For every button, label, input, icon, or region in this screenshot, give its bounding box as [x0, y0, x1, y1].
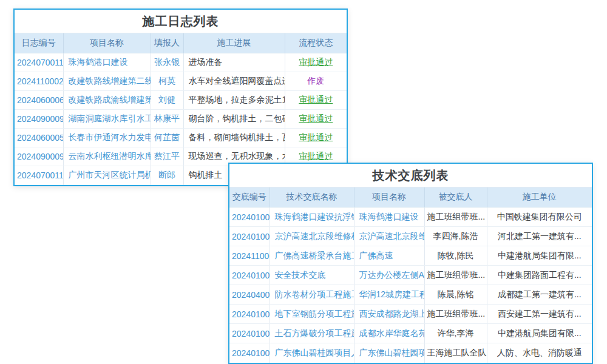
- table-row: 2024010002地下室钢筋分项工程施工...西安成都路龙湖上...施工班组带…: [229, 305, 592, 324]
- column-header-receivers: 被交底人: [424, 187, 487, 207]
- disclosure-name-link[interactable]: 地下室钢筋分项工程施工...: [270, 305, 354, 324]
- disclosure-number-link[interactable]: 2024010004: [229, 227, 270, 246]
- table-row: 2024060005长春市伊通河水力发电厂...何芷茵备料，砌间墙钩机排土，瓦.…: [15, 129, 347, 147]
- project-name-link[interactable]: 广州市天河区统计局机房...: [63, 166, 151, 185]
- construction-unit-text: 人防、水电、消防暖通: [487, 343, 592, 363]
- reporter-link[interactable]: 何芷茵: [151, 129, 183, 147]
- table-row: 2024060006改建铁路成渝线增建第二...刘健平整场地，拉走多余泥土15.…: [15, 91, 347, 110]
- progress-text: 备料，砌间墙钩机排土，瓦...: [183, 129, 285, 147]
- project-name-link[interactable]: 万达办公楼左侧A...: [354, 266, 424, 285]
- status-badge[interactable]: 审批通过: [285, 53, 347, 72]
- project-name-link[interactable]: 华润12城房建工程...: [354, 285, 424, 305]
- column-header-progress: 施工进展: [183, 33, 285, 53]
- project-name-link[interactable]: 珠海鹤港口建设: [63, 53, 151, 72]
- receivers-text: 李四海,陈浩: [424, 227, 487, 246]
- log-number-link[interactable]: 2024090009: [15, 147, 63, 166]
- tech-disclosure-title: 技术交底列表: [229, 164, 592, 187]
- construction-unit-text: 中建港航局集团有限...: [487, 324, 592, 343]
- table-row: 2024010002土石方爆破分项工程施工...成都水岸华庭名苑...许华,李海…: [229, 324, 592, 343]
- log-number-link[interactable]: 2024110002: [15, 72, 63, 91]
- disclosure-name-link[interactable]: 京沪高速北京段维修桩帽...: [270, 227, 354, 246]
- reporter-link[interactable]: 林康平: [151, 110, 183, 129]
- receivers-text: 施工班组带班...: [424, 207, 487, 227]
- reporter-link[interactable]: 蔡江平: [151, 147, 183, 166]
- status-badge[interactable]: 审批通过: [285, 110, 347, 129]
- status-badge[interactable]: 审批通过: [285, 129, 347, 147]
- receivers-text: 陈晨,陈铭: [424, 285, 487, 305]
- receivers-text: 陈牧,陈民: [424, 246, 487, 266]
- disclosure-number-link[interactable]: 2024010001: [229, 343, 270, 363]
- progress-text: 进场准备: [183, 53, 285, 72]
- disclosure-number-link[interactable]: 2024040001: [229, 285, 270, 305]
- progress-text: 水车对全线遮阳网覆盖点进...: [183, 72, 285, 91]
- tech-disclosure-panel: 技术交底列表 交底编号技术交底名称项目名称被交底人施工单位 2024010003…: [228, 163, 593, 364]
- table-row: 2024040001防水卷材分项工程施工技...华润12城房建工程...陈晨,陈…: [229, 285, 592, 305]
- project-name-link[interactable]: 云南水利枢纽潜明水库一...: [63, 147, 151, 166]
- column-header-disclosure_no: 交底编号: [229, 187, 270, 207]
- construction-unit-text: 中国铁建集团有限公司: [487, 207, 592, 227]
- project-name-link[interactable]: 珠海鹤港口建设: [354, 207, 424, 227]
- table-row: 2024010003珠海鹤港口建设抗浮锚杆...珠海鹤港口建设施工班组带班...…: [229, 207, 592, 227]
- construction-unit-text: 中建港航局集团有限...: [487, 246, 592, 266]
- table-row: 2024010004京沪高速北京段维修桩帽...京沪高速北京段维修李四海,陈浩河…: [229, 227, 592, 246]
- disclosure-number-link[interactable]: 2024010002: [229, 305, 270, 324]
- column-header-status: 流程状态: [285, 33, 347, 53]
- reporter-link[interactable]: 张永银: [151, 53, 183, 72]
- table-row: 2024110002改建铁路线增建第二线直...柯英水车对全线遮阳网覆盖点进..…: [15, 72, 347, 91]
- column-header-project: 项目名称: [354, 187, 424, 207]
- project-name-link[interactable]: 成都水岸华庭名苑...: [354, 324, 424, 343]
- construction-log-header-row: 日志编号项目名称填报人施工进展流程状态: [15, 33, 347, 53]
- column-header-reporter: 填报人: [151, 33, 183, 53]
- column-header-log_no: 日志编号: [15, 33, 63, 53]
- log-number-link[interactable]: 2024060006: [15, 91, 63, 110]
- project-name-link[interactable]: 长春市伊通河水力发电厂...: [63, 129, 151, 147]
- disclosure-number-link[interactable]: 2024010003: [229, 266, 270, 285]
- disclosure-number-link[interactable]: 2024010003: [229, 207, 270, 227]
- progress-text: 平整场地，拉走多余泥土15...: [183, 91, 285, 110]
- disclosure-name-link[interactable]: 安全技术交底: [270, 266, 354, 285]
- construction-log-panel: 施工日志列表 日志编号项目名称填报人施工进展流程状态 2024070011珠海鹤…: [13, 8, 348, 186]
- project-name-link[interactable]: 西安成都路龙湖上...: [354, 305, 424, 324]
- project-name-link[interactable]: 京沪高速北京段维修: [354, 227, 424, 246]
- construction-unit-text: 成都建工第一建筑有...: [487, 285, 592, 305]
- log-number-link[interactable]: 2024070011: [15, 166, 63, 185]
- receivers-text: 施工班组带班...: [424, 266, 487, 285]
- disclosure-name-link[interactable]: 土石方爆破分项工程施工...: [270, 324, 354, 343]
- status-badge[interactable]: 审批通过: [285, 91, 347, 110]
- reporter-link[interactable]: 断郎: [151, 166, 183, 185]
- log-number-link[interactable]: 2024070011: [15, 53, 63, 72]
- table-row: 2024010003安全技术交底万达办公楼左侧A...施工班组带班...中建集团…: [229, 266, 592, 285]
- receivers-text: 王海施工队全队: [424, 343, 487, 363]
- table-row: 2024090009湖南洞庭湖水库引水工程...林康平砌台阶，钩机排土，二包砌.…: [15, 110, 347, 129]
- construction-log-title: 施工日志列表: [15, 10, 347, 33]
- table-row: 2024010001广东佛山碧桂园项目人防...广东佛山碧桂园项目王海施工队全队…: [229, 343, 592, 363]
- log-number-link[interactable]: 2024090009: [15, 110, 63, 129]
- table-row: 2024070011珠海鹤港口建设张永银进场准备审批通过: [15, 53, 347, 72]
- disclosure-number-link[interactable]: 2024110001: [229, 246, 270, 266]
- log-number-link[interactable]: 2024060005: [15, 129, 63, 147]
- project-name-link[interactable]: 改建铁路成渝线增建第二...: [63, 91, 151, 110]
- project-name-link[interactable]: 湖南洞庭湖水库引水工程...: [63, 110, 151, 129]
- column-header-unit: 施工单位: [487, 187, 592, 207]
- column-header-name: 技术交底名称: [270, 187, 354, 207]
- project-name-link[interactable]: 广佛高速: [354, 246, 424, 266]
- reporter-link[interactable]: 柯英: [151, 72, 183, 91]
- receivers-text: 施工班组带班...: [424, 305, 487, 324]
- disclosure-name-link[interactable]: 防水卷材分项工程施工技...: [270, 285, 354, 305]
- disclosure-name-link[interactable]: 珠海鹤港口建设抗浮锚杆...: [270, 207, 354, 227]
- table-row: 2024110001广佛高速桥梁承台施工技...广佛高速陈牧,陈民中建港航局集团…: [229, 246, 592, 266]
- tech-disclosure-table: 交底编号技术交底名称项目名称被交底人施工单位 2024010003珠海鹤港口建设…: [229, 187, 592, 363]
- receivers-text: 许华,李海: [424, 324, 487, 343]
- tech-disclosure-header-row: 交底编号技术交底名称项目名称被交底人施工单位: [229, 187, 592, 207]
- reporter-link[interactable]: 刘健: [151, 91, 183, 110]
- disclosure-number-link[interactable]: 2024010002: [229, 324, 270, 343]
- status-badge: 作废: [285, 72, 347, 91]
- construction-unit-text: 河北建工第一建筑有...: [487, 227, 592, 246]
- project-name-link[interactable]: 改建铁路线增建第二线直...: [63, 72, 151, 91]
- project-name-link[interactable]: 广东佛山碧桂园项目: [354, 343, 424, 363]
- disclosure-name-link[interactable]: 广佛高速桥梁承台施工技...: [270, 246, 354, 266]
- disclosure-name-link[interactable]: 广东佛山碧桂园项目人防...: [270, 343, 354, 363]
- column-header-project: 项目名称: [63, 33, 151, 53]
- construction-unit-text: 西安建工第一建筑有...: [487, 305, 592, 324]
- construction-unit-text: 中建集团路面工程有...: [487, 266, 592, 285]
